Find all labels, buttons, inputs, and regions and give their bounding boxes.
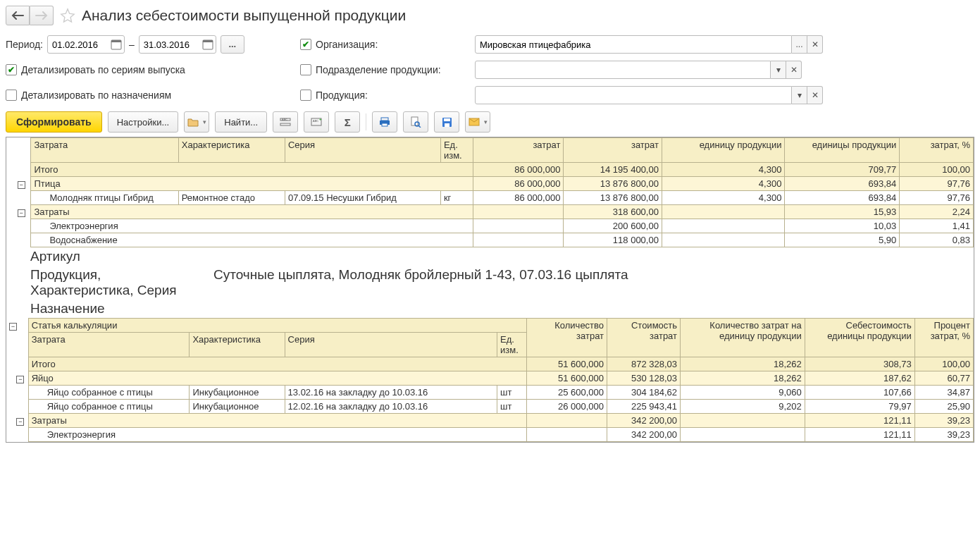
save-button[interactable] [434,111,459,133]
titlebar: Анализ себестоимости выпущенной продукци… [6,6,974,25]
table-row[interactable]: Электроэнергия 342 200,00 121,11 39,23 [6,428,974,442]
report-table-1: Затрата Характеристика Серия Ед. изм. за… [6,137,974,247]
cell: шт [497,400,527,414]
preview-button[interactable] [403,111,428,133]
dept-clear-button[interactable]: ✕ [786,61,802,79]
org-combo: ... ✕ [475,35,841,54]
dept-input[interactable] [475,61,771,79]
total-row[interactable]: Итого 51 600,000 872 328,03 18,262 308,7… [6,357,974,371]
org-input[interactable] [475,35,792,54]
cell [473,233,564,247]
cell: 100,00 [900,163,974,177]
dept-dropdown-button[interactable]: ▾ [771,61,786,79]
org-select-button[interactable]: ... [792,35,807,54]
cell: 225 943,41 [607,400,681,414]
cell [526,428,607,442]
cell: шт [497,386,527,400]
svg-rect-17 [444,118,450,121]
cell: 107,66 [805,386,914,400]
cell: кг [440,191,473,205]
prod-dropdown-button[interactable]: ▾ [792,86,807,104]
prod-checkbox[interactable] [300,90,311,101]
variants-button[interactable] [184,111,209,133]
org-clear-button[interactable]: ✕ [807,35,823,54]
group-costs-row[interactable]: − Затраты 318 600,00 15,93 2,24 [6,205,974,219]
dept-label: Подразделение продукции: [316,64,441,75]
collapse-toggle[interactable]: − [16,418,24,426]
collapse-toggle[interactable]: − [18,181,25,189]
collapse-toggle[interactable]: − [16,376,24,383]
hdr-cpu-full: Себестоимость единицы продукции [805,319,914,357]
expand-groups-button[interactable]: ABC+ [304,111,329,133]
cell: 39,23 [914,428,973,442]
filter-org-checkbox-row: Организация: [300,39,469,50]
arrow-left-icon [11,11,24,20]
cell: Яйцо собранное с птицы [28,386,190,400]
cell: Инкубационное [190,400,285,414]
cell: 18,262 [681,371,805,386]
purpose-checkbox[interactable] [6,90,17,101]
cell: 97,76 [900,177,974,191]
cell [473,205,564,219]
series-checkbox-row: Детализировать по сериям выпуска [6,64,294,75]
print-button[interactable] [372,111,397,133]
cell: 4,300 [662,191,784,205]
report-table-2: − Статья калькуляции Количество затрат С… [6,318,974,442]
table-row[interactable]: Электроэнергия 200 600,00 10,03 1,41 [6,219,974,233]
sigma-icon: Σ [345,116,351,128]
dept-combo: ▾ ✕ [475,61,841,79]
table-row[interactable]: Водоснабжение 118 000,00 5,90 0,83 [6,233,974,247]
cell: 121,11 [805,428,914,442]
cell: Инкубационное [190,386,285,400]
svg-rect-3 [203,40,213,42]
calendar-icon[interactable] [111,39,122,50]
cell: 342 200,00 [607,414,681,428]
series-checkbox[interactable] [6,64,17,75]
cell: 121,11 [805,414,914,428]
hdr-char: Характеристика [178,138,285,163]
series-label: Детализировать по сериям выпуска [21,64,185,75]
prod-input[interactable] [475,86,792,104]
cell: 51 600,000 [526,357,607,371]
dept-checkbox[interactable] [300,64,311,75]
cell: 187,62 [805,371,914,386]
sum-button[interactable]: Σ [335,111,360,133]
cell: 5,90 [785,233,900,247]
period-ellipsis-button[interactable]: ... [221,35,244,54]
group-bird-row[interactable]: − Птица 86 000,000 13 876 800,00 4,300 6… [6,177,974,191]
prod-clear-button[interactable]: ✕ [807,86,823,104]
nav-forward-button[interactable] [30,6,54,25]
settings-button[interactable]: Настройки... [108,111,179,133]
cell: 60,77 [914,371,973,386]
table-row[interactable]: Яйцо собранное с птицы Инкубационное 13.… [6,386,974,400]
run-report-button[interactable]: Сформировать [6,111,102,133]
cell: 709,77 [785,163,900,177]
cell: 25 600,000 [526,386,607,400]
calendar-icon[interactable] [202,39,213,50]
find-button[interactable]: Найти... [215,111,267,133]
cell: 34,87 [914,386,973,400]
toolbar: Сформировать Настройки... Найти... ABC A… [6,111,974,133]
hdr-series: Серия [285,333,497,357]
favorite-star-button[interactable] [59,7,76,24]
org-checkbox[interactable] [300,39,311,50]
cell [681,414,805,428]
send-button[interactable] [465,111,490,133]
total-row[interactable]: Итого 86 000,000 14 195 400,00 4,300 709… [6,163,974,177]
cell: Птица [31,177,473,191]
group-costs-row-2[interactable]: − Затраты 342 200,00 121,11 39,23 [6,414,974,428]
svg-text:ABC: ABC [282,118,287,121]
table-row[interactable]: Молодняк птицы Гибрид Ремонтное стадо 07… [6,191,974,205]
cell: Электроэнергия [28,428,526,442]
cell: 79,97 [805,400,914,414]
prod-combo: ▾ ✕ [475,86,841,104]
collapse-groups-button[interactable]: ABC [273,111,298,133]
nav-back-button[interactable] [6,6,30,25]
cell [662,219,784,233]
group-egg-row[interactable]: − Яйцо 51 600,000 530 128,03 18,262 187,… [6,371,974,386]
filter-prod-checkbox-row: Продукция: [300,90,469,101]
collapse-toggle[interactable]: − [18,209,25,217]
cell [473,219,564,233]
collapse-toggle[interactable]: − [9,323,17,331]
table-row[interactable]: Яйцо собранное с птицы Инкубационное 12.… [6,400,974,414]
